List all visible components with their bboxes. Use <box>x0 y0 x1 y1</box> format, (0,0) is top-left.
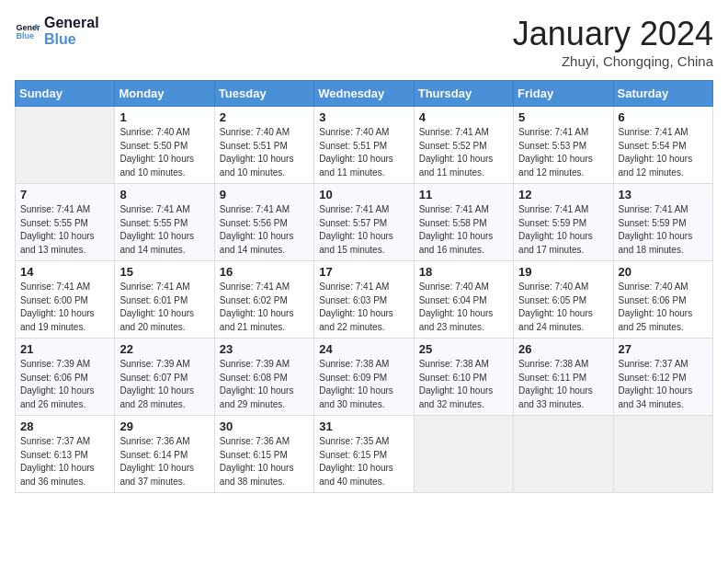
day-number: 3 <box>319 110 408 124</box>
day-info: Sunrise: 7:41 AM Sunset: 5:52 PM Dayligh… <box>419 126 508 179</box>
day-number: 23 <box>220 342 309 356</box>
calendar-day-cell: 15Sunrise: 7:41 AM Sunset: 6:01 PM Dayli… <box>115 261 214 339</box>
logo-blue: Blue <box>44 31 99 48</box>
calendar-day-cell <box>613 416 712 493</box>
location: Zhuyi, Chongqing, China <box>513 53 713 69</box>
day-info: Sunrise: 7:41 AM Sunset: 6:00 PM Dayligh… <box>20 281 109 334</box>
calendar-day-cell: 6Sunrise: 7:41 AM Sunset: 5:54 PM Daylig… <box>613 107 712 184</box>
calendar-day-cell: 4Sunrise: 7:41 AM Sunset: 5:52 PM Daylig… <box>414 107 513 184</box>
day-number: 25 <box>419 342 508 356</box>
day-number: 4 <box>419 110 508 124</box>
day-number: 12 <box>518 188 608 201</box>
calendar-day-cell: 19Sunrise: 7:40 AM Sunset: 6:05 PM Dayli… <box>514 261 613 339</box>
day-number: 11 <box>419 188 508 201</box>
day-info: Sunrise: 7:39 AM Sunset: 6:06 PM Dayligh… <box>20 358 109 411</box>
day-number: 6 <box>619 110 708 124</box>
day-info: Sunrise: 7:41 AM Sunset: 5:55 PM Dayligh… <box>119 203 209 257</box>
calendar-day-cell: 17Sunrise: 7:41 AM Sunset: 6:03 PM Dayli… <box>314 261 414 339</box>
page-header: General Blue General Blue January 2024 Z… <box>15 15 713 69</box>
day-info: Sunrise: 7:41 AM Sunset: 5:55 PM Dayligh… <box>20 203 109 257</box>
weekday-header: Thursday <box>414 81 513 107</box>
day-info: Sunrise: 7:41 AM Sunset: 6:03 PM Dayligh… <box>319 281 408 334</box>
day-number: 16 <box>220 265 309 279</box>
calendar-day-cell <box>16 107 115 184</box>
weekday-header: Monday <box>115 81 214 107</box>
day-info: Sunrise: 7:41 AM Sunset: 6:02 PM Dayligh… <box>220 281 309 334</box>
logo: General Blue General Blue <box>15 15 99 47</box>
day-number: 14 <box>20 265 109 279</box>
day-number: 2 <box>220 110 309 124</box>
calendar-day-cell: 5Sunrise: 7:41 AM Sunset: 5:53 PM Daylig… <box>514 107 613 184</box>
day-number: 30 <box>220 419 309 433</box>
calendar-day-cell: 27Sunrise: 7:37 AM Sunset: 6:12 PM Dayli… <box>613 339 712 416</box>
day-info: Sunrise: 7:38 AM Sunset: 6:10 PM Dayligh… <box>419 358 508 411</box>
calendar-day-cell: 8Sunrise: 7:41 AM Sunset: 5:55 PM Daylig… <box>115 184 214 261</box>
day-info: Sunrise: 7:40 AM Sunset: 5:50 PM Dayligh… <box>119 126 209 179</box>
day-info: Sunrise: 7:38 AM Sunset: 6:11 PM Dayligh… <box>518 358 608 411</box>
calendar-day-cell: 3Sunrise: 7:40 AM Sunset: 5:51 PM Daylig… <box>314 107 414 184</box>
calendar-week-row: 7Sunrise: 7:41 AM Sunset: 5:55 PM Daylig… <box>16 184 713 261</box>
calendar-day-cell: 20Sunrise: 7:40 AM Sunset: 6:06 PM Dayli… <box>613 261 712 339</box>
calendar-week-row: 1Sunrise: 7:40 AM Sunset: 5:50 PM Daylig… <box>16 107 713 184</box>
weekday-header: Sunday <box>16 81 115 107</box>
calendar-day-cell: 26Sunrise: 7:38 AM Sunset: 6:11 PM Dayli… <box>514 339 613 416</box>
weekday-header: Friday <box>514 81 613 107</box>
calendar-day-cell: 28Sunrise: 7:37 AM Sunset: 6:13 PM Dayli… <box>16 416 115 493</box>
day-number: 9 <box>220 188 309 201</box>
calendar-day-cell: 2Sunrise: 7:40 AM Sunset: 5:51 PM Daylig… <box>214 107 313 184</box>
day-info: Sunrise: 7:41 AM Sunset: 5:58 PM Dayligh… <box>419 203 508 257</box>
calendar-day-cell: 18Sunrise: 7:40 AM Sunset: 6:04 PM Dayli… <box>414 261 513 339</box>
day-info: Sunrise: 7:41 AM Sunset: 5:59 PM Dayligh… <box>518 203 608 257</box>
calendar-day-cell: 29Sunrise: 7:36 AM Sunset: 6:14 PM Dayli… <box>115 416 214 493</box>
calendar-day-cell: 7Sunrise: 7:41 AM Sunset: 5:55 PM Daylig… <box>16 184 115 261</box>
calendar-day-cell: 25Sunrise: 7:38 AM Sunset: 6:10 PM Dayli… <box>414 339 513 416</box>
day-info: Sunrise: 7:35 AM Sunset: 6:15 PM Dayligh… <box>319 435 408 488</box>
calendar-day-cell: 22Sunrise: 7:39 AM Sunset: 6:07 PM Dayli… <box>115 339 214 416</box>
day-info: Sunrise: 7:41 AM Sunset: 5:57 PM Dayligh… <box>319 203 408 257</box>
calendar-day-cell: 10Sunrise: 7:41 AM Sunset: 5:57 PM Dayli… <box>314 184 414 261</box>
day-number: 22 <box>119 342 209 356</box>
day-info: Sunrise: 7:36 AM Sunset: 6:14 PM Dayligh… <box>119 435 209 488</box>
month-title: January 2024 <box>513 15 713 53</box>
calendar-day-cell: 9Sunrise: 7:41 AM Sunset: 5:56 PM Daylig… <box>214 184 313 261</box>
calendar-day-cell: 24Sunrise: 7:38 AM Sunset: 6:09 PM Dayli… <box>314 339 414 416</box>
logo-icon: General Blue <box>15 18 40 44</box>
day-info: Sunrise: 7:41 AM Sunset: 5:53 PM Dayligh… <box>518 126 608 179</box>
day-info: Sunrise: 7:41 AM Sunset: 6:01 PM Dayligh… <box>119 281 209 334</box>
day-number: 5 <box>518 110 608 124</box>
calendar-body: 1Sunrise: 7:40 AM Sunset: 5:50 PM Daylig… <box>16 107 713 493</box>
day-info: Sunrise: 7:40 AM Sunset: 6:06 PM Dayligh… <box>619 281 708 334</box>
calendar-day-cell: 11Sunrise: 7:41 AM Sunset: 5:58 PM Dayli… <box>414 184 513 261</box>
calendar-day-cell: 13Sunrise: 7:41 AM Sunset: 5:59 PM Dayli… <box>613 184 712 261</box>
day-info: Sunrise: 7:40 AM Sunset: 6:04 PM Dayligh… <box>419 281 508 334</box>
calendar-day-cell: 23Sunrise: 7:39 AM Sunset: 6:08 PM Dayli… <box>214 339 313 416</box>
title-block: January 2024 Zhuyi, Chongqing, China <box>513 15 713 69</box>
day-info: Sunrise: 7:39 AM Sunset: 6:07 PM Dayligh… <box>119 358 209 411</box>
day-info: Sunrise: 7:37 AM Sunset: 6:13 PM Dayligh… <box>20 435 109 488</box>
day-info: Sunrise: 7:41 AM Sunset: 5:56 PM Dayligh… <box>220 203 309 257</box>
calendar-week-row: 21Sunrise: 7:39 AM Sunset: 6:06 PM Dayli… <box>16 339 713 416</box>
day-number: 19 <box>518 265 608 279</box>
day-info: Sunrise: 7:38 AM Sunset: 6:09 PM Dayligh… <box>319 358 408 411</box>
day-number: 20 <box>619 265 708 279</box>
calendar-day-cell: 21Sunrise: 7:39 AM Sunset: 6:06 PM Dayli… <box>16 339 115 416</box>
day-number: 10 <box>319 188 408 201</box>
day-number: 13 <box>619 188 708 201</box>
day-info: Sunrise: 7:41 AM Sunset: 5:59 PM Dayligh… <box>619 203 708 257</box>
calendar-week-row: 28Sunrise: 7:37 AM Sunset: 6:13 PM Dayli… <box>16 416 713 493</box>
calendar-day-cell: 31Sunrise: 7:35 AM Sunset: 6:15 PM Dayli… <box>314 416 414 493</box>
calendar-day-cell: 30Sunrise: 7:36 AM Sunset: 6:15 PM Dayli… <box>214 416 313 493</box>
calendar-day-cell: 1Sunrise: 7:40 AM Sunset: 5:50 PM Daylig… <box>115 107 214 184</box>
svg-text:Blue: Blue <box>16 31 34 40</box>
calendar-day-cell <box>514 416 613 493</box>
calendar-day-cell <box>414 416 513 493</box>
day-info: Sunrise: 7:40 AM Sunset: 5:51 PM Dayligh… <box>319 126 408 179</box>
day-info: Sunrise: 7:41 AM Sunset: 5:54 PM Dayligh… <box>619 126 708 179</box>
day-number: 18 <box>419 265 508 279</box>
weekday-header: Saturday <box>613 81 712 107</box>
day-number: 27 <box>619 342 708 356</box>
calendar-day-cell: 16Sunrise: 7:41 AM Sunset: 6:02 PM Dayli… <box>214 261 313 339</box>
day-number: 8 <box>119 188 209 201</box>
calendar-week-row: 14Sunrise: 7:41 AM Sunset: 6:00 PM Dayli… <box>16 261 713 339</box>
day-number: 1 <box>119 110 209 124</box>
